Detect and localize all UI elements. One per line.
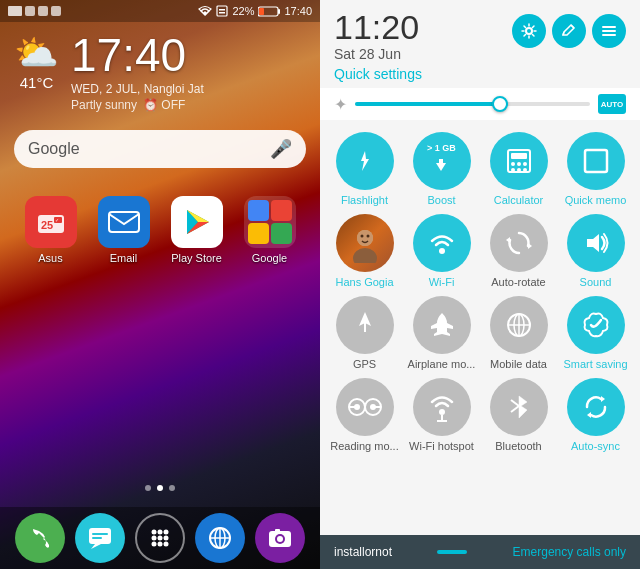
svg-point-56 [360, 235, 363, 238]
mobiledata-label: Mobile data [490, 358, 547, 370]
calculator-tile[interactable]: Calculator [484, 132, 553, 206]
dock-messages[interactable] [75, 513, 125, 563]
qs-time-date: 11:20 Sat 28 Jun Quick settings [334, 10, 422, 82]
edit-button[interactable] [552, 14, 586, 48]
wifi-status-icon [198, 5, 212, 17]
svg-rect-9 [259, 8, 264, 15]
qs-time: 11:20 [334, 10, 422, 44]
notification-icon [8, 6, 22, 16]
dock-camera[interactable] [255, 513, 305, 563]
google-folder-app[interactable]: Google [244, 196, 296, 264]
dot-1 [145, 485, 151, 491]
sound-svg [581, 228, 611, 258]
playstore-app[interactable]: Play Store [171, 196, 223, 264]
svg-point-49 [511, 168, 515, 172]
quickmemo-label: Quick memo [565, 194, 627, 206]
mic-icon[interactable]: 🎤 [270, 138, 292, 160]
dock-browser[interactable] [195, 513, 245, 563]
svg-point-58 [439, 248, 445, 254]
bluetooth-icon [490, 378, 548, 436]
user-avatar [336, 214, 394, 272]
qs-header-area: 11:20 Sat 28 Jun Quick settings [320, 0, 640, 128]
airplane-icon [413, 296, 471, 354]
brightness-control[interactable]: ✦ AUTO [320, 88, 640, 120]
dot-2 [157, 485, 163, 491]
dock-phone[interactable] [15, 513, 65, 563]
weather-icon-area: ⛅ 41°C [14, 32, 59, 91]
bottom-bar-indicator [437, 550, 467, 554]
flashlight-label: Flashlight [341, 194, 388, 206]
readingmode-label: Reading mo... [330, 440, 398, 452]
autorotate-icon [490, 214, 548, 272]
brightness-auto-button[interactable]: AUTO [598, 94, 626, 114]
svg-point-71 [354, 404, 360, 410]
list-icon [601, 23, 617, 39]
gps-icon [336, 296, 394, 354]
svg-rect-39 [275, 529, 280, 533]
menu-button[interactable] [592, 14, 626, 48]
gps-svg [351, 310, 379, 340]
google-search-bar[interactable]: Google 🎤 [14, 130, 306, 168]
boost-tile[interactable]: > 1 GB Boost [407, 132, 476, 206]
svg-point-23 [152, 530, 157, 535]
playstore-label: Play Store [171, 252, 222, 264]
svg-point-72 [370, 404, 376, 410]
qs-header-buttons [512, 14, 626, 48]
weather-date: WED, 2 JUL, Nangloi Jat [71, 82, 306, 96]
svg-point-46 [511, 162, 515, 166]
battery-icon [258, 6, 280, 17]
clock-display: 17:40 [71, 32, 306, 78]
brightness-thumb[interactable] [492, 96, 508, 112]
svg-line-76 [511, 400, 519, 406]
wifihotspot-tile[interactable]: Wi-Fi hotspot [407, 378, 476, 452]
readingmode-tile[interactable]: Reading mo... [330, 378, 399, 452]
mobiledata-tile[interactable]: Mobile data [484, 296, 553, 370]
svg-text:✓: ✓ [55, 217, 59, 223]
dock-apps-drawer[interactable] [135, 513, 185, 563]
app-row-1: 25 ✓ Asus Email [14, 196, 306, 264]
brightness-fill [355, 102, 508, 106]
gear-icon [521, 23, 537, 39]
wifi-tile[interactable]: Wi-Fi [407, 214, 476, 288]
quickmemo-tile[interactable]: Quick memo [561, 132, 630, 206]
user-tile[interactable]: Hans Gogia [330, 214, 399, 288]
svg-point-51 [523, 168, 527, 172]
smartsaving-icon [567, 296, 625, 354]
svg-marker-59 [528, 243, 532, 249]
smartsaving-tile[interactable]: Smart saving [561, 296, 630, 370]
weather-info: 17:40 WED, 2 JUL, Nangloi Jat Partly sun… [71, 32, 306, 112]
svg-marker-60 [506, 237, 510, 243]
svg-rect-5 [219, 9, 225, 11]
brightness-track[interactable] [355, 102, 590, 106]
bluetooth-tile[interactable]: Bluetooth [484, 378, 553, 452]
qs-title[interactable]: Quick settings [334, 66, 422, 82]
asus-app[interactable]: 25 ✓ Asus [25, 196, 77, 264]
flashlight-tile[interactable]: Flashlight [330, 132, 399, 206]
email-app[interactable]: Email [98, 196, 150, 264]
homescreen: 22% 17:40 ⛅ 41°C 17:40 WED, 2 JUL, Nangl… [0, 0, 320, 569]
readingmode-icon [336, 378, 394, 436]
svg-rect-21 [92, 533, 108, 535]
sound-tile[interactable]: Sound [561, 214, 630, 288]
autorotate-tile[interactable]: Auto-rotate [484, 214, 553, 288]
settings-button[interactable] [512, 14, 546, 48]
gps-tile[interactable]: GPS [330, 296, 399, 370]
svg-point-50 [517, 168, 521, 172]
autosync-tile[interactable]: Auto-sync [561, 378, 630, 452]
quickmemo-svg [581, 146, 611, 176]
airplane-tile[interactable]: Airplane mo... [407, 296, 476, 370]
dot-3 [169, 485, 175, 491]
airplane-label: Airplane mo... [408, 358, 476, 370]
wifihotspot-svg [427, 392, 457, 422]
svg-rect-14 [109, 212, 139, 232]
alarm-status: ⏰ OFF [143, 98, 185, 112]
qs-header: 11:20 Sat 28 Jun Quick settings [320, 0, 640, 88]
svg-point-28 [164, 536, 169, 541]
svg-marker-20 [91, 544, 101, 549]
smartsaving-svg [581, 310, 611, 340]
readingmode-svg [348, 396, 382, 418]
svg-rect-22 [92, 537, 102, 539]
messages-icon [87, 525, 113, 551]
playstore-icon [181, 206, 213, 238]
boost-label: Boost [427, 194, 455, 206]
